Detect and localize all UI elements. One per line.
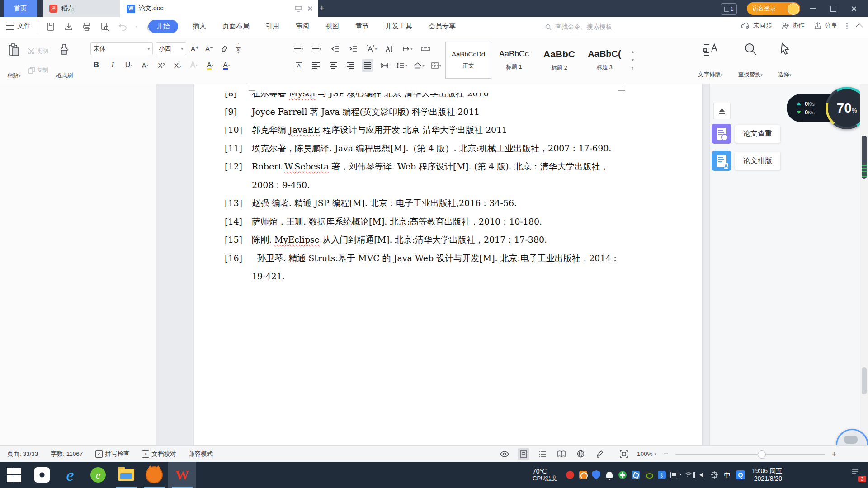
document-references[interactable]: [8]崔尔等著 Mysql 与 JSP 核心编程 北京 清华大学出版社 2010… [225, 84, 693, 286]
distribute-button[interactable] [379, 59, 391, 72]
compat-mode-indicator[interactable]: 兼容模式 [189, 450, 213, 458]
page-indicator[interactable]: 页面: 33/33 [7, 450, 38, 458]
align-center-button[interactable] [327, 59, 339, 72]
tray-app-nvidia[interactable] [644, 470, 653, 479]
highlight-button[interactable]: A▾ [204, 59, 216, 71]
spellcheck-toggle[interactable]: ✓拼写检查 [95, 450, 129, 458]
taskbar-app-pinwheel[interactable] [28, 462, 56, 488]
sort-button[interactable] [383, 42, 395, 55]
paste-button[interactable]: 粘贴▾ [5, 42, 24, 81]
ribbon-tab-devtools[interactable]: 开发工具 [383, 20, 414, 33]
zoom-slider-knob[interactable] [758, 450, 766, 459]
reference-line[interactable]: [11]埃克尔著，陈昊鹏译. Java 编程思想[M].（第 4 版）. 北京:… [225, 139, 693, 158]
tray-app-antivirus[interactable] [618, 470, 627, 479]
start-button[interactable] [0, 462, 28, 488]
close-tab-icon[interactable] [307, 6, 313, 11]
ribbon-tab-review[interactable]: 审阅 [294, 20, 311, 33]
tray-app-settings[interactable] [631, 470, 640, 479]
grow-font-button[interactable]: A⁺ [189, 42, 201, 55]
ribbon-tab-references[interactable]: 引用 [264, 20, 281, 33]
reference-line[interactable]: [10]郭克华编 JavaEE 程序设计与应用开发 北京 清华大学出版社 201… [225, 121, 693, 139]
tray-app-sync[interactable] [579, 470, 588, 479]
reference-line[interactable]: [9]Joyce Farrell 著 Java 编程(英文影印版) 科学出版社 … [225, 103, 693, 121]
ribbon-tab-page-layout[interactable]: 页面布局 [221, 20, 251, 33]
login-button[interactable]: 访客登录 [747, 2, 800, 15]
share-button[interactable]: 分享 [814, 22, 837, 30]
styles-scroll-down-icon[interactable]: ▼ [631, 58, 635, 62]
find-replace-button[interactable]: 查找替换▾ [736, 42, 765, 80]
minimize-button[interactable] [803, 0, 823, 17]
clear-format-button[interactable] [218, 42, 230, 55]
print-preview-button[interactable] [99, 21, 110, 33]
ribbon-tab-section[interactable]: 章节 [354, 20, 371, 33]
reference-line[interactable]: [15]陈刚. MyEclipse 从入门到精通[M]. 北京:清华大学出版社，… [225, 230, 693, 249]
ruler-tabs-button[interactable] [420, 42, 431, 55]
print-button[interactable] [81, 21, 92, 33]
proofread-toggle[interactable]: ×文档校对 [142, 450, 176, 458]
tray-wifi[interactable] [684, 470, 693, 479]
text-direction-button[interactable]: ▾ [365, 42, 377, 55]
collapse-ribbon-icon[interactable] [856, 23, 863, 30]
cut-button[interactable]: 剪切 [28, 47, 49, 55]
maximize-button[interactable] [823, 0, 843, 17]
word-count[interactable]: 字数: 11067 [51, 450, 83, 458]
paper-format-item[interactable]: A 论文排版 [712, 151, 780, 171]
reference-line[interactable]: [12]Robert W.Sebesta 著，刘伟琴等译. Web 程序设计[M… [225, 157, 693, 176]
select-button[interactable]: 选择▾ [776, 42, 793, 80]
paper-check-item[interactable]: 论文查重 [712, 124, 780, 144]
new-tab-button[interactable]: + [316, 3, 327, 14]
file-menu-button[interactable]: 文件 [6, 22, 31, 30]
outline-view-button[interactable] [537, 448, 548, 460]
web-layout-button[interactable] [575, 448, 586, 460]
strikethrough-button[interactable]: A▾ [139, 59, 151, 71]
command-search[interactable]: 查找命令、搜索模板 [545, 23, 612, 31]
tray-qq-browser[interactable]: Q [736, 470, 745, 479]
window-count-badge[interactable]: 1 [721, 3, 737, 15]
bold-button[interactable]: B [90, 59, 102, 71]
font-size-select[interactable]: 小四 ▾ [156, 42, 186, 55]
style-heading2[interactable]: AaBbC 标题 2 [537, 42, 582, 78]
more-options-icon[interactable] [846, 23, 848, 29]
ribbon-tab-view[interactable]: 视图 [324, 20, 341, 33]
shading-button[interactable]: ▾ [413, 59, 425, 72]
tray-crosshair[interactable] [710, 470, 719, 479]
borders-button[interactable]: ▾ [430, 59, 442, 72]
show-paragraph-marks-button[interactable]: ▾ [401, 42, 413, 55]
text-layout-button[interactable]: 文字排版▾ [696, 42, 725, 80]
save-button[interactable] [45, 21, 56, 33]
tray-bluetooth[interactable]: ᛒ [657, 470, 666, 479]
tab-document[interactable]: W 论文.doc [120, 0, 318, 17]
taskbar-app-wps[interactable]: W [168, 462, 196, 488]
style-normal[interactable]: AaBbCcDd 正文 [445, 42, 491, 79]
vertical-scrollbar[interactable] [860, 84, 868, 445]
eye-protection-button[interactable] [499, 448, 510, 460]
font-name-select[interactable]: 宋体 ▾ [90, 42, 153, 55]
collapse-sidebar-button[interactable] [713, 103, 731, 119]
scrollbar-thumb-secondary[interactable] [862, 367, 867, 394]
document-page[interactable]: [8]崔尔等著 Mysql 与 JSP 核心编程 北京 清华大学出版社 2010… [194, 84, 702, 445]
tab-docer[interactable]: 稻 稻壳 [43, 0, 122, 17]
undo-button[interactable] [118, 21, 128, 33]
increase-indent-button[interactable] [347, 42, 359, 55]
zoom-slider[interactable] [675, 454, 825, 455]
text-effect-button[interactable]: A▾ [188, 59, 200, 71]
pinyin-guide-button[interactable]: ˊ 文 ▾ [232, 42, 244, 55]
format-painter-button[interactable]: 格式刷 [53, 42, 76, 81]
paste-dropdown-icon[interactable]: ▾ [19, 74, 21, 78]
zoom-out-button[interactable]: − [664, 450, 668, 459]
reference-line[interactable]: [16] 孙卫琴. 精通 Struts:基于 MVC 的 Java Web 设计… [225, 249, 693, 267]
ribbon-tab-insert[interactable]: 插入 [191, 20, 208, 33]
taskbar-app-browser[interactable]: e [84, 462, 112, 488]
font-color-button[interactable]: A▾ [221, 59, 232, 71]
numbered-list-button[interactable]: ▾ [311, 42, 323, 55]
output-button[interactable] [63, 21, 74, 33]
tray-volume[interactable] [697, 470, 706, 479]
cpu-temp-widget[interactable]: 70℃ CPU温度 [533, 468, 561, 482]
reference-line[interactable]: 19-421. [225, 267, 693, 286]
page-view-button[interactable] [518, 448, 529, 460]
justify-button[interactable] [362, 59, 373, 72]
line-spacing-button[interactable]: ▾ [396, 59, 408, 72]
shrink-font-button[interactable]: A⁻ [203, 42, 215, 55]
style-heading3[interactable]: AaBbC( 标题 3 [582, 42, 627, 78]
align-right-button[interactable] [344, 59, 356, 72]
